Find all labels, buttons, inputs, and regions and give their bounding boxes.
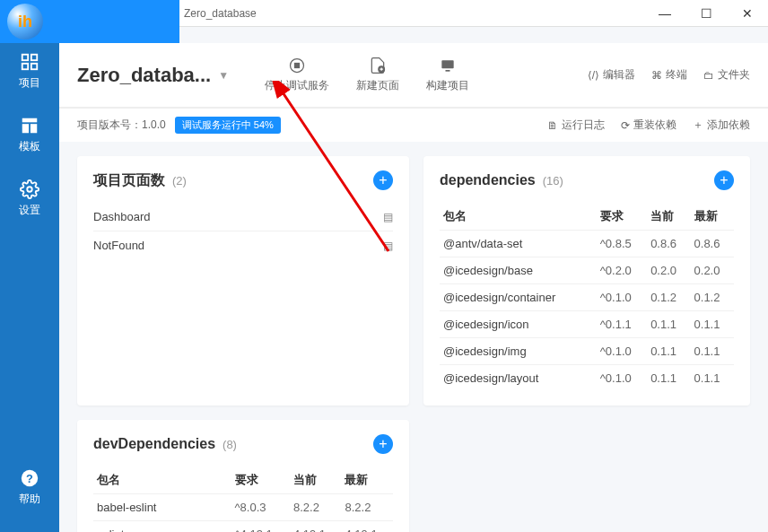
dep-latest-version: 0.8.6	[691, 231, 734, 257]
terminal-icon: ⌘	[651, 69, 662, 82]
svg-rect-3	[31, 64, 37, 69]
terminal-link[interactable]: ⌘终端	[651, 67, 687, 83]
code-icon: ⟨/⟩	[588, 69, 599, 82]
dependency-row: @icedesign/img ^0.1.0 0.1.1 0.1.1	[440, 338, 734, 365]
dependency-row: @icedesign/layout ^0.1.0 0.1.1 0.1.1	[440, 365, 734, 392]
window-title: Zero_database	[184, 7, 257, 20]
sidebar-item-template[interactable]: 模板	[19, 116, 40, 154]
editor-link[interactable]: ⟨/⟩编辑器	[588, 67, 635, 83]
add-page-button[interactable]: +	[373, 170, 393, 190]
dep-current-version: 4.19.1	[290, 521, 342, 533]
close-button[interactable]: ✕	[727, 0, 768, 27]
dep-required-version: ^0.1.0	[597, 338, 647, 365]
stop-debug-button[interactable]: 停止调试服务	[265, 57, 329, 93]
devdeps-header-req: 要求	[231, 467, 290, 494]
svg-rect-5	[22, 124, 29, 133]
folder-link[interactable]: 🗀文件夹	[703, 67, 750, 83]
add-dependency-button[interactable]: +	[714, 170, 734, 190]
dependency-row: @icedesign/base ^0.2.0 0.2.0 0.2.0	[440, 257, 734, 284]
sidebar-item-label: 模板	[19, 139, 40, 154]
devdependencies-card: devDependencies (8) + 包名 要求 当前 最新 babel-…	[77, 420, 409, 532]
dep-latest-version: 0.1.1	[691, 311, 734, 338]
dep-name: @icedesign/img	[440, 338, 597, 365]
dep-name: @antv/data-set	[440, 231, 597, 257]
dep-current-version: 8.2.2	[290, 494, 342, 521]
devdeps-header-cur: 当前	[290, 467, 342, 494]
help-icon: ?	[20, 468, 39, 488]
pages-card-count: (2)	[172, 174, 187, 188]
page-row-menu-icon[interactable]: ▤	[383, 240, 393, 252]
sidebar-item-help[interactable]: ? 帮助	[19, 468, 40, 507]
deps-header-latest: 最新	[691, 203, 734, 231]
new-page-icon	[369, 57, 387, 74]
page-row[interactable]: NotFound▤	[93, 231, 393, 259]
svg-rect-13	[441, 60, 453, 68]
project-name-text: Zero_databa...	[77, 64, 211, 87]
run-log-link[interactable]: 🗎运行日志	[547, 118, 605, 133]
devdeps-header-name: 包名	[93, 467, 231, 494]
page-row-menu-icon[interactable]: ▤	[383, 211, 393, 223]
dep-required-version: ^8.0.3	[231, 494, 290, 521]
svg-rect-2	[22, 64, 28, 69]
dep-name: @icedesign/base	[440, 257, 597, 284]
template-icon	[20, 116, 39, 135]
devdeps-card-count: (8)	[223, 438, 237, 451]
folder-icon: 🗀	[703, 69, 714, 82]
maximize-button[interactable]: ☐	[685, 0, 727, 27]
dep-current-version: 0.8.6	[647, 231, 690, 257]
svg-point-7	[27, 187, 32, 192]
deps-header-req: 要求	[597, 203, 647, 231]
dependency-row: @icedesign/container ^0.1.0 0.1.2 0.1.2	[440, 284, 734, 311]
devdeps-card-title: devDependencies	[93, 436, 215, 452]
devdeps-header-latest: 最新	[341, 467, 393, 494]
page-row[interactable]: Dashboard▤	[93, 203, 393, 231]
dependency-row: babel-eslint ^8.0.3 8.2.2 8.2.2	[93, 494, 393, 521]
dep-current-version: 0.1.1	[647, 311, 690, 338]
action-label: 新建页面	[356, 78, 399, 93]
version-label: 项目版本号：1.0.0	[77, 118, 166, 133]
project-name-selector[interactable]: Zero_databa... ▼	[77, 64, 229, 87]
sidebar-item-label: 项目	[19, 75, 40, 91]
dep-latest-version: 0.1.1	[691, 365, 734, 392]
chevron-down-icon: ▼	[218, 69, 229, 82]
app-logo-icon: ih	[7, 4, 43, 39]
pages-card-title: 项目页面数	[93, 171, 165, 190]
dependencies-card: dependencies (16) + 包名 要求 当前 最新 @antv/da…	[423, 156, 750, 406]
add-devdependency-button[interactable]: +	[373, 434, 393, 454]
sidebar-item-project[interactable]: 项目	[19, 52, 40, 91]
dependency-row: @icedesign/icon ^0.1.1 0.1.1 0.1.1	[440, 311, 734, 338]
new-page-button[interactable]: 新建页面	[356, 57, 399, 93]
deps-card-count: (16)	[543, 174, 563, 188]
add-dep-link[interactable]: ＋添加依赖	[693, 118, 750, 133]
debug-status-badge: 调试服务运行中 54%	[175, 117, 281, 134]
stop-icon	[288, 57, 306, 74]
dep-required-version: ^0.2.0	[597, 257, 647, 284]
dep-latest-version: 8.2.2	[341, 494, 393, 521]
minimize-button[interactable]: —	[644, 0, 685, 27]
app-logo-banner: ih	[0, 0, 179, 43]
sidebar: 项目 模板 设置 ? 帮助	[0, 27, 59, 532]
dep-name: @icedesign/container	[440, 284, 597, 311]
svg-rect-14	[446, 70, 450, 72]
sidebar-item-label: 帮助	[19, 492, 40, 507]
dep-required-version: ^0.1.0	[597, 284, 647, 311]
action-label: 构建项目	[426, 78, 469, 93]
page-name: Dashboard	[93, 210, 151, 223]
svg-rect-1	[31, 55, 37, 60]
window-controls: — ☐ ✕	[644, 0, 768, 27]
dependency-row: eslint ^4.13.1 4.19.1 4.19.1	[93, 521, 393, 533]
dependency-row: @antv/data-set ^0.8.5 0.8.6 0.8.6	[440, 231, 734, 257]
svg-text:?: ?	[26, 472, 33, 485]
build-project-button[interactable]: 构建项目	[426, 57, 469, 93]
sidebar-item-settings[interactable]: 设置	[19, 179, 40, 218]
dep-current-version: 0.1.1	[647, 365, 690, 392]
deps-header-name: 包名	[440, 203, 597, 231]
topbar: Zero_databa... ▼ 停止调试服务 新建页面 构建项目 ⟨/⟩编辑	[59, 43, 768, 108]
dep-current-version: 0.1.2	[647, 284, 690, 311]
svg-rect-4	[22, 118, 38, 123]
dep-latest-version: 4.19.1	[341, 521, 393, 533]
page-name: NotFound	[93, 239, 144, 252]
dep-name: babel-eslint	[93, 494, 231, 521]
reinstall-deps-link[interactable]: ⟳重装依赖	[621, 118, 676, 133]
svg-rect-6	[31, 124, 37, 133]
